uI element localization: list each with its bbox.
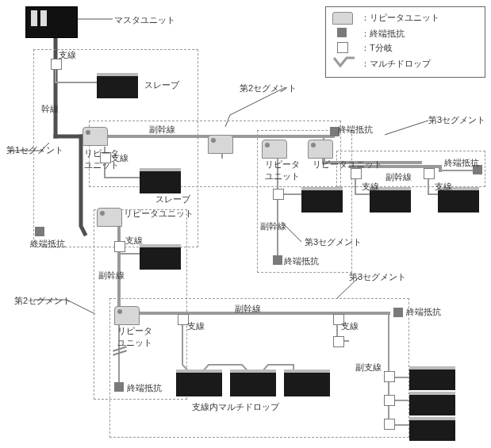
slave-6 xyxy=(140,244,181,270)
subbranch-label: 副支線 xyxy=(355,362,382,373)
terminator-5 xyxy=(114,382,124,392)
tbranch-6 xyxy=(114,241,125,252)
tbranch-9 xyxy=(333,336,344,347)
repeater-1 xyxy=(82,127,108,146)
terminator-3 xyxy=(273,255,282,265)
slave-3 xyxy=(301,187,343,213)
slave-branch3 xyxy=(409,417,455,441)
branch-label-2: 支線 xyxy=(111,152,129,164)
slave-md1 xyxy=(176,370,222,396)
legend-multidrop-icon xyxy=(332,56,356,69)
slave-md3 xyxy=(284,370,330,396)
repeater-6 xyxy=(114,306,140,325)
repeater-label-3: リピータユニット xyxy=(313,159,382,170)
legend-tbranch-label: ：T分岐 xyxy=(361,42,393,54)
slave-branch2 xyxy=(409,392,455,415)
subtrunk-label-5: 副幹線 xyxy=(235,303,261,315)
legend-terminator-icon xyxy=(337,28,347,37)
tbranch-10 xyxy=(384,371,395,382)
slave-label-1: スレーブ xyxy=(144,79,179,91)
slave-1 xyxy=(97,73,138,98)
legend-terminator-label: ：終端抵抗 xyxy=(361,28,405,40)
legend-box: ：リピータユニット ：終端抵抗 ：T分岐 ：マルチドロップ xyxy=(325,6,485,78)
trunk-label: 幹線 xyxy=(41,103,59,115)
segment1-label: 第1セグメント xyxy=(6,144,63,156)
tbranch-11 xyxy=(384,395,395,406)
repeater-label-4: リピータユニット xyxy=(124,208,194,220)
slave-branch1 xyxy=(409,366,455,390)
slave-2 xyxy=(140,168,181,193)
legend-repeater-icon xyxy=(332,12,353,25)
terminator-6 xyxy=(393,308,403,317)
branch-label-7: 支線 xyxy=(341,320,359,332)
terminator-label-2: 終端抵抗 xyxy=(444,157,479,169)
terminator-label-6: 終端抵抗 xyxy=(127,382,162,394)
terminator-label-3: 終端抵抗 xyxy=(284,255,319,267)
master-unit-label: マスタユニット xyxy=(114,14,175,26)
branch-label-6: 支線 xyxy=(187,320,205,332)
terminator-label-4: 終端抵抗 xyxy=(30,238,65,250)
tbranch-12 xyxy=(384,419,395,430)
legend-repeater-label: ：リピータユニット xyxy=(361,12,439,24)
subtrunk-label-4: 副幹線 xyxy=(98,270,125,281)
repeater-3 xyxy=(262,140,287,159)
repeater-5 xyxy=(97,208,122,227)
segment3a-label: 第3セグメント xyxy=(305,236,362,248)
repeater-4 xyxy=(308,140,333,159)
tbranch-3 xyxy=(273,189,284,200)
segment2b-label: 第2セグメント xyxy=(14,295,71,307)
terminator-label-1: 終端抵抗 xyxy=(338,124,373,136)
subtrunk-label-2: 副幹線 xyxy=(386,171,412,183)
terminator-label-5: 終端抵抗 xyxy=(406,306,441,318)
multidrop-in-branch-label: 支線内マルチドロップ xyxy=(192,401,279,413)
branch-label-5: 支線 xyxy=(125,235,143,247)
legend-multidrop-label: ：マルチドロップ xyxy=(361,58,431,70)
segment3c-label: 第3セグメント xyxy=(349,271,406,283)
master-unit xyxy=(25,6,78,38)
subtrunk-label-1: 副幹線 xyxy=(149,124,175,136)
slave-label-2: スレーブ xyxy=(155,193,190,205)
repeater-2 xyxy=(208,135,233,154)
branch-label-4: 支線 xyxy=(435,181,452,193)
segment2a-label: 第2セグメント xyxy=(240,82,297,94)
subtrunk-label-3: 副幹線 xyxy=(260,220,286,232)
branch-label-1: 支線 xyxy=(59,49,76,61)
segment3b-label: 第3セグメント xyxy=(428,114,485,126)
repeater-label-2: リピータ ユニット xyxy=(265,159,300,182)
branch-label-3: 支線 xyxy=(362,181,379,193)
repeater-label-5: リピータ ユニット xyxy=(117,325,152,349)
terminator-1 xyxy=(35,227,44,236)
legend-tbranch-icon xyxy=(337,42,348,53)
tbranch-5 xyxy=(424,168,435,179)
slave-md2 xyxy=(230,370,276,396)
